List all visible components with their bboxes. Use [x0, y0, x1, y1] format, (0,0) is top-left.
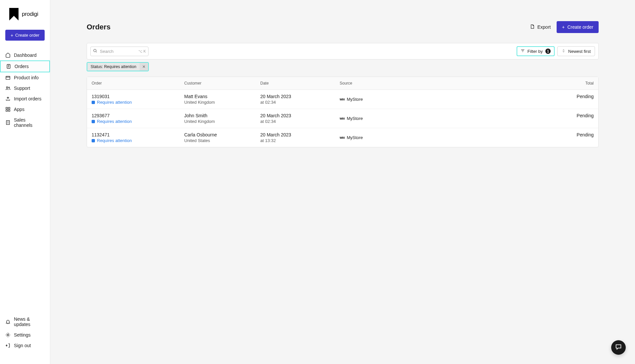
sidebar-item-signout[interactable]: Sign out — [0, 340, 50, 351]
sidebar-item-apps[interactable]: Apps — [0, 104, 50, 115]
source-name: MyStore — [347, 135, 363, 140]
plus-icon: + — [562, 24, 565, 30]
order-number: 1293677 — [92, 113, 184, 118]
export-button[interactable]: Export — [530, 24, 551, 30]
sidebar: prodigi + Create order Dashboard Orders … — [0, 0, 50, 364]
sidebar-item-settings[interactable]: Settings — [0, 330, 50, 340]
sidebar-item-product-info[interactable]: Product info — [0, 72, 50, 83]
customer-country: United States — [184, 138, 260, 143]
order-date: 20 March 2023 — [260, 113, 340, 118]
order-cell: 1132471 Requires attention — [92, 132, 184, 143]
status-label: Requires attention — [97, 138, 132, 143]
logo-mark-icon — [9, 8, 19, 20]
col-header-source: Source — [340, 81, 426, 86]
toolbar: ⌥ K Filter by 1 Newest first — [87, 43, 599, 59]
sidebar-create-order-label: Create order — [15, 33, 39, 38]
bell-icon — [5, 319, 11, 324]
header-create-order-label: Create order — [567, 24, 593, 30]
table-row[interactable]: 1293677 Requires attention John Smith Un… — [87, 109, 598, 128]
sidebar-item-label: Orders — [15, 64, 29, 69]
sidebar-item-news[interactable]: News & updates — [0, 314, 50, 330]
sort-icon — [562, 49, 566, 54]
sidebar-item-dashboard[interactable]: Dashboard — [0, 50, 50, 60]
svg-rect-6 — [6, 107, 8, 109]
upload-icon — [5, 96, 11, 101]
orders-table: Order Customer Date Source Total 1319031… — [87, 77, 599, 147]
table-header: Order Customer Date Source Total — [87, 77, 598, 90]
col-header-order: Order — [92, 81, 184, 86]
sidebar-item-label: News & updates — [14, 316, 45, 327]
order-time: at 02:34 — [260, 100, 340, 105]
col-header-customer: Customer — [184, 81, 260, 86]
customer-country: United Kingdom — [184, 119, 260, 124]
table-row[interactable]: 1319031 Requires attention Matt Evans Un… — [87, 90, 598, 109]
customer-name: Carla Osbourne — [184, 132, 260, 137]
sidebar-item-sales-channels[interactable]: Sales channels — [0, 115, 50, 130]
source-cell: WIX MyStore — [340, 132, 426, 143]
order-cell: 1293677 Requires attention — [92, 113, 184, 124]
col-header-total: Total — [426, 81, 594, 86]
sidebar-item-support[interactable]: Support — [0, 83, 50, 93]
order-date: 20 March 2023 — [260, 132, 340, 137]
gear-icon — [5, 332, 11, 338]
status-dot-icon — [92, 139, 95, 142]
svg-point-5 — [9, 87, 10, 88]
sidebar-item-label: Product info — [14, 75, 39, 80]
logo: prodigi — [0, 0, 50, 26]
svg-rect-7 — [8, 107, 10, 109]
order-number: 1319031 — [92, 94, 184, 99]
header-actions: Export + Create order — [530, 21, 599, 33]
grid-icon — [5, 107, 11, 112]
order-status: Requires attention — [92, 138, 184, 143]
svg-point-12 — [94, 49, 96, 52]
close-icon: ✕ — [142, 64, 146, 69]
page-title: Orders — [87, 23, 110, 31]
sidebar-item-label: Import orders — [14, 96, 41, 101]
sidebar-item-label: Settings — [14, 332, 31, 338]
order-time: at 13:32 — [260, 138, 340, 143]
order-date: 20 March 2023 — [260, 94, 340, 99]
customer-name: John Smith — [184, 113, 260, 118]
document-icon — [530, 24, 535, 30]
customer-cell: Matt Evans United Kingdom — [184, 94, 260, 105]
date-cell: 20 March 2023 at 02:34 — [260, 113, 340, 124]
home-icon — [5, 53, 11, 58]
sidebar-item-orders[interactable]: Orders — [0, 60, 50, 72]
order-number: 1132471 — [92, 132, 184, 137]
clipboard-icon — [6, 64, 11, 69]
customer-country: United Kingdom — [184, 100, 260, 105]
filter-icon — [521, 49, 525, 54]
date-cell: 20 March 2023 at 02:34 — [260, 94, 340, 105]
sidebar-item-import-orders[interactable]: Import orders — [0, 93, 50, 104]
filter-button[interactable]: Filter by 1 — [517, 46, 555, 56]
svg-rect-9 — [8, 110, 10, 111]
source-logo-icon: WIX — [340, 136, 345, 139]
box-icon — [5, 75, 11, 80]
table-row[interactable]: 1132471 Requires attention Carla Osbourn… — [87, 128, 598, 147]
filter-chip-label: Status: Requires attention — [87, 63, 140, 71]
sidebar-create-order-button[interactable]: + Create order — [5, 30, 45, 41]
source-logo-icon: WIX — [340, 98, 345, 101]
chat-icon — [615, 343, 622, 352]
customer-name: Matt Evans — [184, 94, 260, 99]
users-icon — [5, 86, 11, 91]
sort-button[interactable]: Newest first — [557, 46, 595, 56]
filter-label: Filter by — [528, 49, 543, 54]
sidebar-item-label: Apps — [14, 107, 24, 112]
search-wrap: ⌥ K — [90, 47, 148, 56]
header-create-order-button[interactable]: + Create order — [557, 21, 599, 33]
svg-rect-8 — [6, 110, 8, 111]
sidebar-item-label: Dashboard — [14, 53, 37, 58]
sidebar-item-label: Sales channels — [14, 117, 45, 128]
sort-label: Newest first — [568, 49, 591, 54]
chat-widget-button[interactable] — [611, 340, 626, 355]
order-status: Requires attention — [92, 119, 184, 124]
order-status: Requires attention — [92, 100, 184, 105]
filter-count-badge: 1 — [545, 49, 551, 54]
main-nav: Dashboard Orders Product info Support Im… — [0, 47, 50, 314]
total-cell: Pending — [426, 94, 594, 105]
filter-chip-close-button[interactable]: ✕ — [140, 63, 148, 71]
order-time: at 02:34 — [260, 119, 340, 124]
status-dot-icon — [92, 101, 95, 104]
source-logo-icon: WIX — [340, 117, 345, 120]
